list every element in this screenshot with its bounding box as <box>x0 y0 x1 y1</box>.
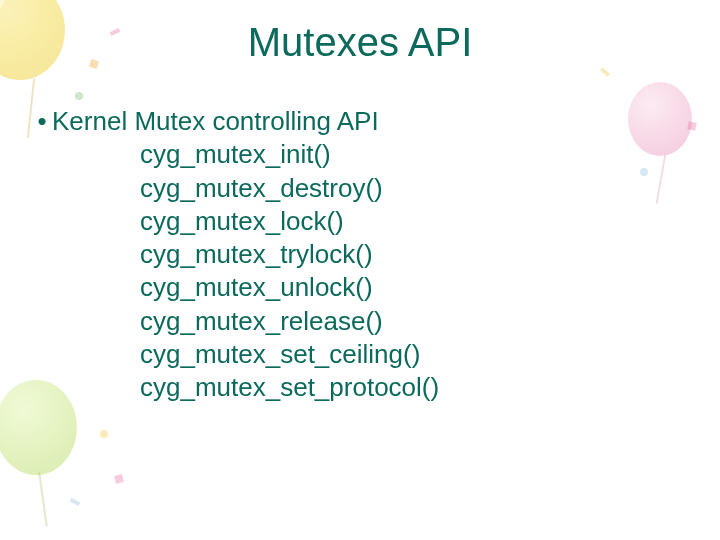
api-item: cyg_mutex_set_ceiling() <box>140 338 690 371</box>
balloon-string-icon <box>38 472 48 527</box>
api-item: cyg_mutex_unlock() <box>140 271 690 304</box>
confetti-icon <box>70 498 81 506</box>
api-list: cyg_mutex_init() cyg_mutex_destroy() cyg… <box>140 138 690 404</box>
confetti-icon <box>600 67 610 76</box>
api-item: cyg_mutex_lock() <box>140 205 690 238</box>
api-item: cyg_mutex_release() <box>140 305 690 338</box>
bullet-marker: • <box>32 105 52 138</box>
slide: Mutexes API • Kernel Mutex controlling A… <box>0 0 720 540</box>
confetti-icon <box>114 474 124 484</box>
bullet-item: • Kernel Mutex controlling API <box>32 105 690 138</box>
balloon-highlight <box>0 0 5 10</box>
slide-title: Mutexes API <box>0 20 720 65</box>
bullet-lead-text: Kernel Mutex controlling API <box>52 105 690 138</box>
api-item: cyg_mutex_destroy() <box>140 172 690 205</box>
slide-body: • Kernel Mutex controlling API cyg_mutex… <box>32 105 690 404</box>
confetti-icon <box>100 430 108 438</box>
confetti-icon <box>75 92 83 100</box>
api-item: cyg_mutex_trylock() <box>140 238 690 271</box>
api-item: cyg_mutex_set_protocol() <box>140 371 690 404</box>
api-item: cyg_mutex_init() <box>140 138 690 171</box>
